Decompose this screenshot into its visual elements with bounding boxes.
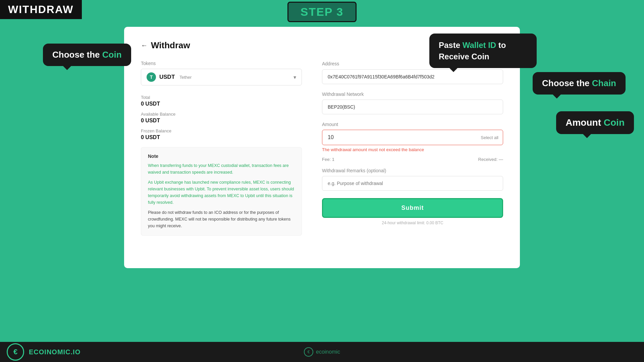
center-logo-text: ecoinomic (316, 349, 340, 355)
center-logo-icon: € (304, 347, 313, 357)
note-line2: As Upbit exchange has launched new compl… (148, 179, 295, 206)
available-value: 0 USDT (141, 118, 302, 124)
card-body: Tokens T USDT Tether ▾ Total 0 USDT Avai… (141, 61, 503, 236)
choose-coin-highlight: Coin (102, 50, 122, 60)
submit-button[interactable]: Submit (322, 198, 503, 218)
token-select-dropdown[interactable]: T USDT Tether ▾ (141, 69, 302, 85)
amount-input[interactable] (322, 130, 503, 145)
available-label: Available Balance (141, 112, 302, 117)
remarks-input[interactable] (322, 176, 503, 191)
total-row: Total 0 USDT (141, 95, 302, 107)
available-row: Available Balance 0 USDT (141, 112, 302, 124)
top-bar: WITHDRAW STEP 3 (0, 0, 644, 23)
main-card: ← Withdraw Tokens T USDT Tether ▾ Total … (124, 27, 520, 268)
bottom-bar: € ECOINOMIC.IO € ecoinomic (0, 342, 644, 362)
amount-input-wrapper: Select all (322, 130, 503, 145)
step-badge: STEP 3 (287, 2, 357, 22)
error-message: The withdrawal amount must not exceed th… (322, 147, 503, 152)
withdraw-badge: WITHDRAW (0, 0, 82, 19)
fee-row: Fee: 1 Received: — (322, 157, 503, 162)
right-column: Address Manage Addresses Withdrawal Netw… (322, 61, 503, 236)
token-icon: T (147, 72, 156, 82)
token-full-name: Tether (179, 75, 192, 80)
token-left: T USDT Tether (147, 72, 192, 82)
amount-coin-bubble: Amount Coin (556, 111, 634, 134)
amount-coin-highlight: Coin (604, 117, 625, 128)
note-line3: Please do not withdraw funds to an ICO a… (148, 209, 295, 229)
address-label: Address (322, 61, 339, 66)
select-all-button[interactable]: Select all (481, 135, 498, 140)
left-column: Tokens T USDT Tether ▾ Total 0 USDT Avai… (141, 61, 302, 236)
network-label: Withdrawal Network (322, 92, 503, 97)
fee-label: Fee: 1 (322, 157, 334, 162)
center-logo: € ecoinomic (304, 347, 340, 357)
page-title: Withdraw (151, 40, 190, 51)
address-input[interactable] (322, 69, 503, 84)
chevron-down-icon: ▾ (293, 74, 296, 80)
tokens-label: Tokens (141, 61, 302, 66)
note-box: Note When transferring funds to your MEX… (141, 147, 302, 236)
logo-icon: € (7, 343, 24, 361)
remarks-label: Withdrawal Remarks (optional) (322, 168, 503, 173)
frozen-label: Frozen Balance (141, 128, 302, 133)
amount-label: Amount (322, 122, 503, 127)
total-label: Total (141, 95, 302, 100)
card-header: ← Withdraw (141, 40, 503, 51)
withdrawal-limit: 24-hour withdrawal limit: 0.00 BTC (322, 221, 503, 225)
frozen-value: 0 USDT (141, 134, 302, 140)
received-label: Received: — (478, 157, 503, 162)
frozen-row: Frozen Balance 0 USDT (141, 128, 302, 140)
choose-chain-highlight: Chain (592, 78, 616, 88)
network-value: BEP20(BSC) (322, 100, 503, 114)
manage-addresses-link[interactable]: Manage Addresses (466, 61, 503, 66)
choose-coin-bubble: Choose the Coin (43, 44, 131, 66)
note-line1: When transferring funds to your MEXC cus… (148, 162, 295, 176)
logo-text: ECOINOMIC.IO (29, 348, 80, 356)
token-name: USDT (159, 74, 175, 80)
choose-chain-bubble: Choose the Chain (533, 72, 626, 95)
note-title: Note (148, 154, 295, 159)
back-arrow-icon[interactable]: ← (141, 42, 148, 49)
total-value: 0 USDT (141, 101, 302, 107)
